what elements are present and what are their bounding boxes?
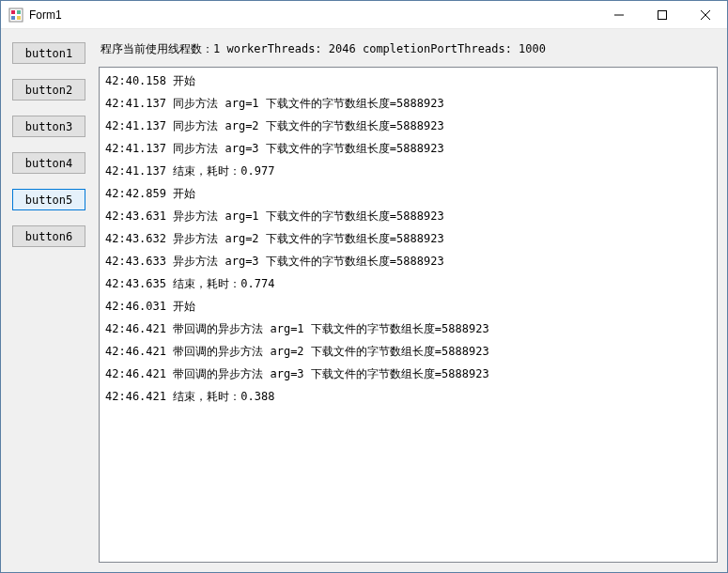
log-line: 42:43.633 异步方法 arg=3 下载文件的字节数组长度=5888923 bbox=[105, 250, 711, 272]
client-area: button1button2button3button4button5butto… bbox=[1, 29, 727, 572]
app-icon bbox=[8, 8, 23, 23]
window-controls bbox=[597, 1, 727, 28]
close-button[interactable] bbox=[684, 1, 727, 28]
button-button4[interactable]: button4 bbox=[12, 152, 85, 174]
log-line: 42:43.632 异步方法 arg=2 下载文件的字节数组长度=5888923 bbox=[105, 227, 711, 250]
button-button6[interactable]: button6 bbox=[12, 225, 85, 247]
button-button5[interactable]: button5 bbox=[12, 189, 85, 210]
titlebar: Form1 bbox=[1, 1, 727, 29]
log-line: 42:46.031 开始 bbox=[105, 295, 711, 317]
log-line: 42:46.421 结束，耗时：0.388 bbox=[105, 385, 711, 408]
window-title: Form1 bbox=[29, 8, 597, 22]
log-line: 42:41.137 同步方法 arg=3 下载文件的字节数组长度=5888923 bbox=[105, 137, 711, 160]
log-textbox[interactable]: 42:40.158 开始42:41.137 同步方法 arg=1 下载文件的字节… bbox=[99, 67, 718, 563]
log-line: 42:46.421 带回调的异步方法 arg=1 下载文件的字节数组长度=588… bbox=[105, 317, 711, 340]
button-button1[interactable]: button1 bbox=[12, 42, 85, 64]
log-line: 42:41.137 同步方法 arg=2 下载文件的字节数组长度=5888923 bbox=[105, 115, 711, 137]
log-line: 42:40.158 开始 bbox=[105, 70, 711, 92]
button-button2[interactable]: button2 bbox=[12, 79, 85, 101]
status-label: 程序当前使用线程数：1 workerThreads: 2046 completi… bbox=[99, 39, 718, 67]
log-line: 42:41.137 结束，耗时：0.977 bbox=[105, 160, 711, 182]
log-line: 42:43.631 异步方法 arg=1 下载文件的字节数组长度=5888923 bbox=[105, 205, 711, 227]
log-line: 42:43.635 结束，耗时：0.774 bbox=[105, 272, 711, 295]
svg-rect-1 bbox=[11, 10, 15, 14]
maximize-button[interactable] bbox=[641, 1, 684, 28]
svg-rect-6 bbox=[658, 10, 667, 19]
log-line: 42:41.137 同步方法 arg=1 下载文件的字节数组长度=5888923 bbox=[105, 92, 711, 115]
svg-rect-2 bbox=[17, 10, 21, 14]
main-area: 程序当前使用线程数：1 workerThreads: 2046 completi… bbox=[99, 39, 718, 563]
svg-rect-4 bbox=[17, 16, 21, 20]
minimize-button[interactable] bbox=[597, 1, 641, 28]
log-line: 42:46.421 带回调的异步方法 arg=3 下载文件的字节数组长度=588… bbox=[105, 363, 711, 385]
svg-rect-3 bbox=[11, 16, 15, 20]
log-line: 42:46.421 带回调的异步方法 arg=2 下载文件的字节数组长度=588… bbox=[105, 340, 711, 363]
button-button3[interactable]: button3 bbox=[12, 116, 85, 137]
button-sidebar: button1button2button3button4button5butto… bbox=[12, 39, 85, 563]
log-line: 42:42.859 开始 bbox=[105, 182, 711, 205]
